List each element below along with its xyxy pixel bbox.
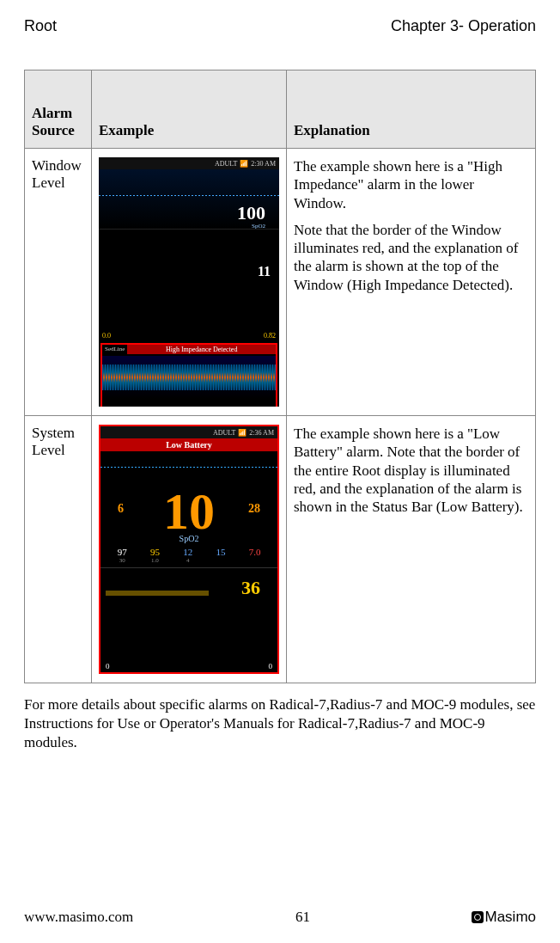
clock: 2:36 AM <box>249 429 274 437</box>
col-alarm-source: Alarm Source <box>25 70 92 149</box>
example-cell: ADULT 📶 2:36 AM Low Battery 6 10 28 SpO2… <box>92 416 287 683</box>
page-number: 61 <box>295 909 310 926</box>
page-header: Root Chapter 3- Operation <box>24 17 536 35</box>
device-status-bar: ADULT 📶 2:30 AM <box>99 157 279 169</box>
val5: 7.0 <box>249 547 261 557</box>
val4: 15 <box>216 547 225 557</box>
pr-value: 97 <box>118 547 127 557</box>
spo2-value: 100 <box>237 204 265 223</box>
mid-panel: 11 0.0 0.82 <box>99 230 279 341</box>
trend-panel: 36 <box>100 567 277 610</box>
footnote: For more details about specific alarms o… <box>24 695 536 752</box>
explanation-cell: The example shown here is a "High Impeda… <box>287 149 536 416</box>
wifi-icon: 📶 <box>238 429 247 437</box>
table-row: Window Level ADULT 📶 2:30 AM 100 SpO2 <box>25 149 536 416</box>
masimo-logo-icon <box>472 911 484 923</box>
header-left: Root <box>24 17 57 35</box>
adult-label: ADULT <box>215 160 237 168</box>
explanation-cell: The example shown here is a "Low Battery… <box>287 416 536 683</box>
source-cell: Window Level <box>25 149 92 416</box>
page-footer: www.masimo.com 61 Masimo <box>24 909 536 926</box>
explanation-text: Note that the border of the Window illum… <box>294 221 528 294</box>
other-value: 11 <box>258 264 271 279</box>
rr-sub: 4 <box>183 557 192 564</box>
explanation-text: The example shown here is a "High Impeda… <box>294 157 528 212</box>
footer-url: www.masimo.com <box>24 909 133 926</box>
header-right: Chapter 3- Operation <box>391 17 536 35</box>
waveform-panel <box>100 451 277 486</box>
spo2-label: SpO2 <box>237 223 265 230</box>
sedline-label: SedLine <box>102 345 127 354</box>
system-level-screenshot: ADULT 📶 2:36 AM Low Battery 6 10 28 SpO2… <box>99 425 279 674</box>
side-right: 28 <box>248 503 260 515</box>
alarm-table: Alarm Source Example Explanation Window … <box>24 70 536 683</box>
footer-brand: Masimo <box>472 909 536 926</box>
trend-line <box>106 582 209 596</box>
wifi-icon: 📶 <box>240 160 248 168</box>
low-battery-banner: Low Battery <box>100 438 277 451</box>
pr-sub: 30 <box>118 557 127 564</box>
spo2-big: 6 10 28 <box>100 486 277 537</box>
brand-text: Masimo <box>484 909 536 925</box>
side-left: 6 <box>118 503 124 515</box>
pi-sub: 1.0 <box>150 557 160 564</box>
reading-left: 0.0 <box>102 332 111 340</box>
alarm-window: SedLine High Impedance Detected 17 70 0 <box>100 343 277 407</box>
waveform-panel: 100 SpO2 55 PR 18 <box>99 169 279 230</box>
bottom-row: 0 0 <box>100 662 277 671</box>
window-level-screenshot: ADULT 📶 2:30 AM 100 SpO2 55 PR 18 <box>99 157 279 407</box>
pi-value: 95 <box>150 547 160 557</box>
source-cell: System Level <box>25 416 92 683</box>
rr-value: 12 <box>183 547 192 557</box>
clock: 2:30 AM <box>251 160 276 168</box>
reading-right: 0.82 <box>264 332 276 340</box>
adult-label: ADULT <box>213 429 235 437</box>
spectrogram <box>102 356 276 399</box>
vitals-grid: 9730 951.0 124 15 7.0 <box>106 547 272 564</box>
bottom-left: 0 <box>106 662 110 671</box>
bottom-right: 0 <box>269 662 273 671</box>
col-explanation: Explanation <box>287 70 536 149</box>
readings-row: 0.0 0.82 <box>102 332 276 340</box>
col-example: Example <box>92 70 287 149</box>
alarm-banner: High Impedance Detected <box>127 345 276 354</box>
device-status-bar: ADULT 📶 2:36 AM <box>100 426 277 438</box>
table-row: System Level ADULT 📶 2:36 AM Low Battery… <box>25 416 536 683</box>
trend-value: 36 <box>241 577 260 599</box>
spo2-big-value: 10 <box>163 483 215 540</box>
example-cell: ADULT 📶 2:30 AM 100 SpO2 55 PR 18 <box>92 149 287 416</box>
explanation-text: The example shown here is a "Low Battery… <box>294 425 528 516</box>
